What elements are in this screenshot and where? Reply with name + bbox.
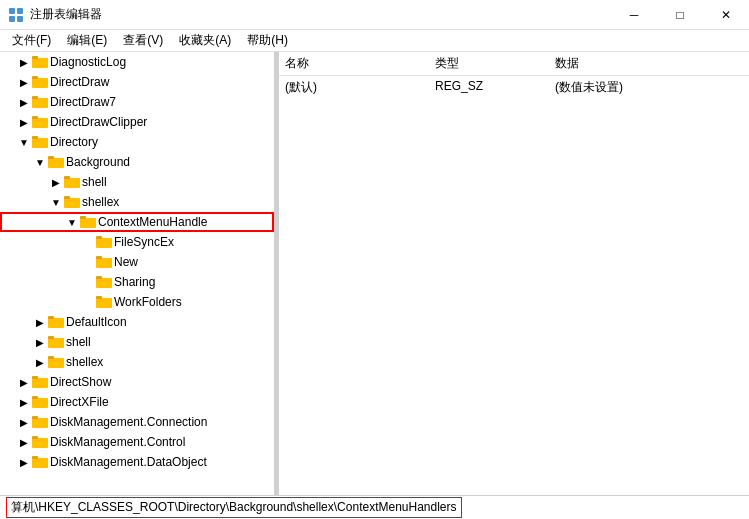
tree-label-directxfile: DirectXFile [50, 395, 109, 409]
detail-pane: 名称 类型 数据 (默认) REG_SZ (数值未设置) [279, 52, 749, 495]
svg-rect-26 [96, 256, 102, 259]
menu-favorites[interactable]: 收藏夹(A) [171, 30, 239, 51]
detail-header: 名称 类型 数据 [279, 52, 749, 76]
tree-label-new: New [114, 255, 138, 269]
tree-label-contextmenuhandle: ContextMenuHandle [98, 215, 207, 229]
svg-rect-35 [48, 358, 64, 368]
folder-icon-directdrawclipper [32, 114, 48, 130]
svg-rect-28 [96, 276, 102, 279]
folder-icon-diagnosticlog [32, 54, 48, 70]
expand-icon-diskmanagement-ctrl[interactable]: ▶ [16, 434, 32, 450]
tree-scroll[interactable]: ▶ DiagnosticLog ▶ DirectDraw ▶ [0, 52, 274, 495]
svg-rect-40 [32, 396, 38, 399]
tree-item-directxfile[interactable]: ▶ DirectXFile [0, 392, 274, 412]
expand-icon-diagnosticlog[interactable]: ▶ [16, 54, 32, 70]
expand-icon-shellex[interactable]: ▼ [48, 194, 64, 210]
svg-rect-9 [32, 98, 48, 108]
svg-rect-31 [48, 318, 64, 328]
tree-item-shellex2[interactable]: ▶ shellex [0, 352, 274, 372]
tree-item-directdrawclipper[interactable]: ▶ DirectDrawClipper [0, 112, 274, 132]
title-bar-left: 注册表编辑器 [8, 6, 102, 23]
tree-item-contextmenuhandle[interactable]: ▼ ContextMenuHandle [0, 212, 274, 232]
minimize-button[interactable]: ─ [611, 0, 657, 30]
svg-rect-34 [48, 336, 54, 339]
expand-icon-shellex2[interactable]: ▶ [32, 354, 48, 370]
expand-icon-shell[interactable]: ▶ [48, 174, 64, 190]
svg-rect-0 [9, 8, 15, 14]
col-data: 数据 [555, 55, 749, 72]
tree-item-workfolders[interactable]: ▶ WorkFolders [0, 292, 274, 312]
expand-icon-contextmenuhandle[interactable]: ▼ [64, 214, 80, 230]
expand-icon-defaulticon[interactable]: ▶ [32, 314, 48, 330]
svg-rect-33 [48, 338, 64, 348]
tree-item-diskmanagement-data[interactable]: ▶ DiskManagement.DataObject [0, 452, 274, 472]
status-bar: 算机\HKEY_CLASSES_ROOT\Directory\Backgroun… [0, 495, 749, 519]
folder-icon-shellex [64, 194, 80, 210]
tree-item-new[interactable]: ▶ New [0, 252, 274, 272]
detail-cell-type: REG_SZ [435, 79, 555, 96]
menu-bar: 文件(F) 编辑(E) 查看(V) 收藏夹(A) 帮助(H) [0, 30, 749, 52]
folder-icon-directxfile [32, 394, 48, 410]
expand-icon-shell2[interactable]: ▶ [32, 334, 48, 350]
tree-item-shell[interactable]: ▶ shell [0, 172, 274, 192]
folder-icon-new [96, 254, 112, 270]
menu-view[interactable]: 查看(V) [115, 30, 171, 51]
close-button[interactable]: ✕ [703, 0, 749, 30]
tree-label-background: Background [66, 155, 130, 169]
expand-icon-directdraw7[interactable]: ▶ [16, 94, 32, 110]
expand-icon-directshow[interactable]: ▶ [16, 374, 32, 390]
maximize-button[interactable]: □ [657, 0, 703, 30]
tree-item-diskmanagement-ctrl[interactable]: ▶ DiskManagement.Control [0, 432, 274, 452]
expand-icon-background[interactable]: ▼ [32, 154, 48, 170]
tree-item-shell2[interactable]: ▶ shell [0, 332, 274, 352]
svg-rect-32 [48, 316, 54, 319]
folder-icon-workfolders [96, 294, 112, 310]
tree-item-diskmanagement-conn[interactable]: ▶ DiskManagement.Connection [0, 412, 274, 432]
tree-item-directory[interactable]: ▼ Directory [0, 132, 274, 152]
tree-item-background[interactable]: ▼ Background [0, 152, 274, 172]
tree-label-shellex2: shellex [66, 355, 103, 369]
folder-icon-directdraw7 [32, 94, 48, 110]
folder-icon-shell2 [48, 334, 64, 350]
tree-item-sharing[interactable]: ▶ Sharing [0, 272, 274, 292]
tree-label-directdrawclipper: DirectDrawClipper [50, 115, 147, 129]
tree-item-shellex[interactable]: ▼ shellex [0, 192, 274, 212]
svg-rect-2 [9, 16, 15, 22]
folder-icon-directory [32, 134, 48, 150]
tree-item-filesyncex[interactable]: ▶ FileSyncEx [0, 232, 274, 252]
tree-item-directdraw[interactable]: ▶ DirectDraw [0, 72, 274, 92]
tree-label-shellex: shellex [82, 195, 119, 209]
col-name: 名称 [285, 55, 435, 72]
tree-item-diagnosticlog[interactable]: ▶ DiagnosticLog [0, 52, 274, 72]
svg-rect-37 [32, 378, 48, 388]
svg-rect-18 [64, 176, 70, 179]
folder-icon-diskmanagement-data [32, 454, 48, 470]
svg-rect-39 [32, 398, 48, 408]
svg-rect-43 [32, 438, 48, 448]
expand-icon-directdraw[interactable]: ▶ [16, 74, 32, 90]
svg-rect-11 [32, 118, 48, 128]
svg-rect-38 [32, 376, 38, 379]
tree-item-directdraw7[interactable]: ▶ DirectDraw7 [0, 92, 274, 112]
expand-icon-diskmanagement-data[interactable]: ▶ [16, 454, 32, 470]
expand-icon-directxfile[interactable]: ▶ [16, 394, 32, 410]
expand-icon-diskmanagement-conn[interactable]: ▶ [16, 414, 32, 430]
menu-edit[interactable]: 编辑(E) [59, 30, 115, 51]
detail-row-default[interactable]: (默认) REG_SZ (数值未设置) [279, 76, 749, 99]
svg-rect-46 [32, 456, 38, 459]
folder-icon-shellex2 [48, 354, 64, 370]
svg-rect-17 [64, 178, 80, 188]
svg-rect-16 [48, 156, 54, 159]
svg-rect-20 [64, 196, 70, 199]
expand-icon-directdrawclipper[interactable]: ▶ [16, 114, 32, 130]
menu-file[interactable]: 文件(F) [4, 30, 59, 51]
expand-icon-directory[interactable]: ▼ [16, 134, 32, 150]
svg-rect-23 [96, 238, 112, 248]
svg-rect-1 [17, 8, 23, 14]
svg-rect-29 [96, 298, 112, 308]
app-icon [8, 7, 24, 23]
menu-help[interactable]: 帮助(H) [239, 30, 296, 51]
tree-item-directshow[interactable]: ▶ DirectShow [0, 372, 274, 392]
tree-item-defaulticon[interactable]: ▶ DefaultIcon [0, 312, 274, 332]
tree-label-diskmanagement-data: DiskManagement.DataObject [50, 455, 207, 469]
